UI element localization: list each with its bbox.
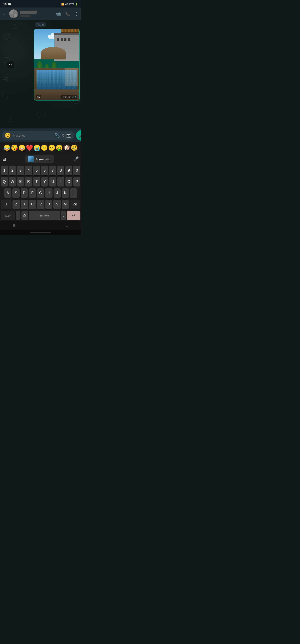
key-5[interactable]: 5 xyxy=(33,166,40,176)
key-d[interactable]: D xyxy=(21,188,28,198)
menu-button[interactable]: ⋮ xyxy=(75,11,79,16)
key-y[interactable]: Y xyxy=(41,177,48,187)
key-o[interactable]: O xyxy=(65,177,72,187)
mic-button[interactable]: 🎤 xyxy=(76,130,81,140)
emoji-laughing[interactable]: 😂 xyxy=(3,144,11,151)
suggestion-thumbnail xyxy=(28,156,34,162)
chat-area: 42 Today ↪ xyxy=(0,20,81,128)
keyboard-suggestion[interactable]: Screenshot xyxy=(25,155,54,163)
key-9[interactable]: 9 xyxy=(65,166,72,176)
message-input[interactable] xyxy=(13,134,52,137)
key-2[interactable]: 2 xyxy=(9,166,16,176)
key-6[interactable]: 6 xyxy=(41,166,48,176)
key-v[interactable]: V xyxy=(37,200,44,209)
key-r[interactable]: R xyxy=(25,177,32,187)
call-button[interactable]: 📞 xyxy=(65,11,70,16)
contact-name xyxy=(20,11,37,14)
key-l[interactable]: L xyxy=(70,188,77,198)
hill xyxy=(41,47,66,60)
message-image-wrap[interactable]: HD 10:10 am ✓✓ xyxy=(34,29,80,100)
key-enter[interactable]: ↵ xyxy=(67,211,80,220)
key-q[interactable]: Q xyxy=(1,177,8,187)
keyboard-number-row: 1 2 3 4 5 6 7 8 9 0 xyxy=(0,165,81,176)
svg-point-6 xyxy=(37,110,46,118)
key-s[interactable]: S xyxy=(12,188,19,198)
key-t[interactable]: T xyxy=(33,177,40,187)
date-label: Today xyxy=(2,22,80,26)
forward-button[interactable]: ↪ xyxy=(7,61,14,68)
video-call-button[interactable]: 📹 xyxy=(56,11,61,16)
home-indicator xyxy=(0,230,81,234)
contact-status xyxy=(20,14,30,17)
key-a[interactable]: A xyxy=(4,188,11,198)
key-8[interactable]: 8 xyxy=(57,166,64,176)
key-3[interactable]: 3 xyxy=(17,166,24,176)
emoji-dog[interactable]: 🐶 xyxy=(63,144,70,151)
camera-button[interactable]: 📷 xyxy=(66,133,71,138)
key-k[interactable]: K xyxy=(62,188,69,198)
hd-badge: HD xyxy=(36,95,41,98)
emoji-zipper[interactable]: 🤐 xyxy=(71,144,78,151)
status-time: 10:10 xyxy=(3,2,11,6)
emoji-money[interactable]: 🤑 xyxy=(56,144,63,151)
avatar[interactable] xyxy=(9,10,18,18)
emoji-grin[interactable]: 😀 xyxy=(18,144,26,151)
key-g[interactable]: G xyxy=(37,188,44,198)
message-time: 10:10 am xyxy=(61,96,71,98)
key-period[interactable]: . xyxy=(61,211,66,220)
emoji-expressionless[interactable]: 😑 xyxy=(41,144,48,151)
keyboard: ⊞ Screenshot 🎤 1 2 3 4 5 6 7 8 9 0 Q W E… xyxy=(0,153,81,230)
status-icons: ⑁ 📶 VOl LTE1 🔋 xyxy=(59,3,78,6)
keyboard-zxcv-row: ⬆ Z X C V B N M ⌫ xyxy=(0,199,81,210)
key-comma[interactable]: , xyxy=(16,211,20,220)
chat-header: ← 📹 📞 ⋮ xyxy=(0,8,81,20)
key-h[interactable]: H xyxy=(45,188,52,198)
key-j[interactable]: J xyxy=(53,188,61,198)
key-m[interactable]: M xyxy=(62,200,69,209)
emoji-neutral[interactable]: 😐 xyxy=(48,144,55,151)
key-i[interactable]: I xyxy=(57,177,64,187)
forward-icon: ↪ xyxy=(9,63,12,67)
key-n[interactable]: N xyxy=(53,200,60,209)
key-shift[interactable]: ⬆ xyxy=(1,200,11,209)
payment-button[interactable]: ₹ xyxy=(62,133,64,138)
keyboard-qwerty-row: Q W E R T Y U I O P xyxy=(0,176,81,188)
key-c[interactable]: C xyxy=(29,200,36,209)
keyboard-grid-icon[interactable]: ⊞ xyxy=(2,156,6,162)
svg-point-7 xyxy=(9,118,12,122)
key-p[interactable]: P xyxy=(73,177,80,187)
emoji-crying[interactable]: 😭 xyxy=(33,144,41,151)
home-indicator-line xyxy=(30,232,51,232)
signal-icon: VOl xyxy=(65,3,68,6)
key-4[interactable]: 4 xyxy=(25,166,32,176)
key-1[interactable]: 1 xyxy=(1,166,8,176)
key-emoji[interactable]: ☺ xyxy=(21,211,28,220)
key-num-sym[interactable]: ?123 xyxy=(1,211,14,220)
key-u[interactable]: U xyxy=(49,177,56,187)
message-input-wrap[interactable]: 😊 📎 ₹ 📷 xyxy=(2,131,74,140)
key-space[interactable]: EN • HG xyxy=(29,211,60,220)
emoji-quick-row: 😂 😘 😀 ❤️ 😭 😑 😐 🤑 🐶 🤐 xyxy=(0,142,81,153)
back-button[interactable]: ← xyxy=(2,11,7,16)
key-f[interactable]: F xyxy=(29,188,36,198)
key-7[interactable]: 7 xyxy=(49,166,56,176)
keyboard-mic-icon[interactable]: 🎤 xyxy=(73,156,79,162)
key-e[interactable]: E xyxy=(17,177,24,187)
keyboard-grid-nav-icon[interactable]: ⊞ xyxy=(12,223,16,228)
key-b[interactable]: B xyxy=(45,200,52,209)
key-w[interactable]: W xyxy=(9,177,16,187)
emoji-kiss[interactable]: 😘 xyxy=(11,144,18,151)
key-backspace[interactable]: ⌫ xyxy=(70,200,80,209)
emoji-heart[interactable]: ❤️ xyxy=(26,144,33,151)
keyboard-hide-icon[interactable]: ⌄ xyxy=(65,222,69,228)
header-actions: 📹 📞 ⋮ xyxy=(56,11,79,16)
contact-info[interactable] xyxy=(20,11,54,17)
key-0[interactable]: 0 xyxy=(73,166,80,176)
attach-button[interactable]: 📎 xyxy=(55,133,60,138)
emoji-open-button[interactable]: 😊 xyxy=(4,132,11,138)
key-x[interactable]: X xyxy=(21,200,28,209)
wifi-icon: 📶 xyxy=(61,3,64,6)
mic-icon: 🎤 xyxy=(78,133,81,138)
key-z[interactable]: Z xyxy=(12,200,19,209)
keyboard-nav-bar: ⊞ ⌄ xyxy=(0,221,81,230)
